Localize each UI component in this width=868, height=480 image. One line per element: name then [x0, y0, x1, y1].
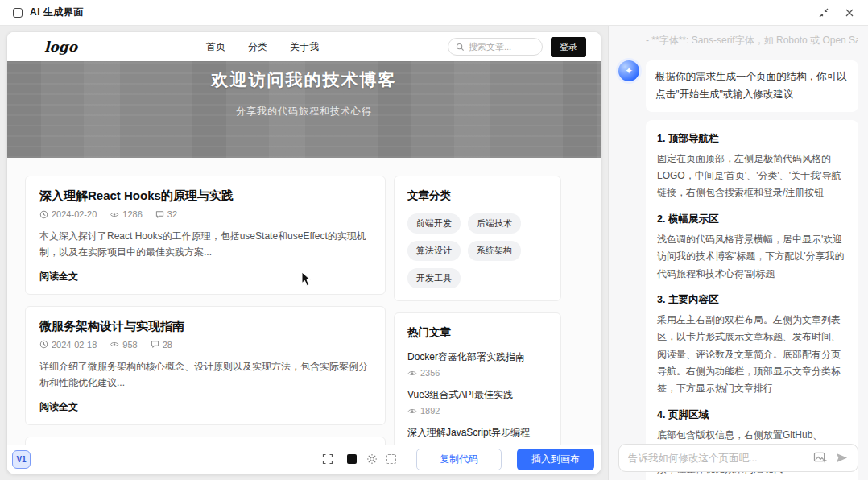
category-tags: 前端开发 后端技术 算法设计 系统架构 开发工具: [407, 213, 548, 288]
titlebar: AI 生成界面: [0, 0, 868, 26]
eye-icon: [407, 369, 417, 378]
black-color-swatch[interactable]: [347, 454, 357, 464]
clock-icon: [39, 210, 48, 219]
plan-body: 浅色调的代码风格背景横幅，居中显示'欢迎访问我的技术博客'标题，下方配以'分享我…: [657, 231, 847, 283]
hero-subtitle: 分享我的代码旅程和技术心得: [7, 105, 601, 118]
article-date: 2024-02-18: [52, 340, 97, 350]
hot-articles-card: 热门文章 Docker容器化部署实践指南 2356 Vue3组合式API最佳实践…: [394, 312, 561, 466]
hot-article-item[interactable]: Vue3组合式API最佳实践 1892: [407, 388, 548, 416]
categories-title: 文章分类: [407, 188, 548, 203]
article-views: 958: [122, 340, 137, 350]
version-badge[interactable]: V1: [12, 450, 31, 469]
plan-heading: 4. 页脚区域: [657, 408, 847, 422]
article-views: 1286: [122, 209, 142, 219]
hot-article-views: 1892: [420, 406, 440, 416]
article-excerpt: 本文深入探讨了React Hooks的工作原理，包括useState和useEf…: [39, 228, 371, 261]
read-more-link[interactable]: 阅读全文: [39, 270, 78, 283]
ai-message: 根据你的需求生成一个页面的结构，你可以点击"开始生成"或输入修改建议: [646, 60, 858, 112]
generated-page-preview: logo 首页 分类 关于我 登录: [7, 32, 601, 474]
blog-nav: 首页 分类 关于我: [206, 40, 319, 54]
hot-article-views: 2356: [420, 368, 440, 378]
login-button[interactable]: 登录: [551, 37, 586, 57]
nav-item-home[interactable]: 首页: [206, 40, 225, 54]
scrolled-chat-text: - **字体**: Sans-serif字体，如 Roboto 或 Open S…: [646, 34, 858, 48]
plan-body: 固定在页面顶部，左侧是极简代码风格的LOGO，中间是'首页'、'分类'、'关于我…: [657, 151, 847, 202]
article-meta: 2024-02-18 958 28: [39, 340, 371, 350]
categories-card: 文章分类 前端开发 后端技术 算法设计 系统架构 开发工具: [394, 176, 561, 301]
comment-icon: [155, 210, 164, 219]
preview-toolbar: V1 复制代码 插入到画布: [7, 445, 601, 474]
article-date: 2024-02-20: [52, 209, 97, 219]
plan-heading: 1. 顶部导航栏: [657, 132, 847, 146]
blog-content: 深入理解React Hooks的原理与实践 2024-02-20 1286 32…: [7, 158, 601, 474]
article-title: 深入理解React Hooks的原理与实践: [39, 188, 371, 204]
article-meta: 2024-02-20 1286 32: [39, 209, 371, 219]
category-tag[interactable]: 开发工具: [407, 268, 461, 288]
transparent-bg-icon[interactable]: [386, 454, 396, 464]
category-tag[interactable]: 前端开发: [407, 213, 461, 234]
preview-pane: logo 首页 分类 关于我 登录: [0, 26, 608, 480]
blog-search-box[interactable]: [448, 38, 543, 56]
chat-panel: - **字体**: Sans-serif字体，如 Roboto 或 Open S…: [608, 26, 868, 480]
hot-articles-title: 热门文章: [407, 325, 548, 340]
category-tag[interactable]: 系统架构: [468, 241, 521, 261]
blog-search-input[interactable]: [469, 42, 535, 52]
ai-avatar: ✦: [618, 60, 639, 81]
app-window: AI 生成界面 logo 首页 分类 关于我: [0, 0, 868, 480]
plan-body: 采用左主右副的双栏布局。左侧为文章列表区，以卡片形式展示文章标题、发布时间、阅读…: [657, 312, 847, 398]
plan-heading: 2. 横幅展示区: [657, 213, 847, 226]
image-upload-icon[interactable]: [813, 452, 827, 464]
article-comments: 32: [167, 209, 177, 219]
eye-icon: [407, 407, 417, 416]
eye-icon: [110, 340, 119, 349]
collapse-icon[interactable]: [818, 7, 829, 19]
close-icon[interactable]: [844, 7, 855, 19]
comment-icon: [151, 340, 159, 349]
article-card[interactable]: 深入理解React Hooks的原理与实践 2024-02-20 1286 32…: [25, 176, 386, 295]
blog-sidebar: 文章分类 前端开发 后端技术 算法设计 系统架构 开发工具 热门文章: [394, 176, 561, 474]
chat-input[interactable]: [628, 453, 805, 464]
nav-item-categories[interactable]: 分类: [248, 40, 267, 54]
category-tag[interactable]: 算法设计: [407, 241, 461, 261]
nav-item-about[interactable]: 关于我: [290, 40, 319, 54]
article-card[interactable]: 微服务架构设计与实现指南 2024-02-18 958 28 详细介绍了微服务架…: [25, 306, 386, 425]
hot-article-title: Vue3组合式API最佳实践: [407, 388, 548, 402]
article-title: 微服务架构设计与实现指南: [39, 319, 371, 334]
hot-article-item[interactable]: Docker容器化部署实践指南 2356: [407, 350, 548, 378]
eye-icon: [110, 210, 119, 219]
hero-title: 欢迎访问我的技术博客: [7, 61, 601, 91]
insert-to-canvas-button[interactable]: 插入到画布: [517, 449, 594, 470]
blog-logo[interactable]: logo: [44, 39, 77, 55]
read-more-link[interactable]: 阅读全文: [39, 400, 78, 414]
article-excerpt: 详细介绍了微服务架构的核心概念、设计原则以及实现方法，包含实际案例分析和性能优化…: [39, 358, 371, 391]
article-list: 深入理解React Hooks的原理与实践 2024-02-20 1286 32…: [25, 176, 386, 474]
chat-input-box[interactable]: [618, 444, 858, 472]
blog-header: logo 首页 分类 关于我 登录: [7, 32, 601, 61]
hot-article-title: 深入理解JavaScript异步编程: [407, 426, 548, 440]
send-icon[interactable]: [835, 452, 849, 464]
plan-heading: 3. 主要内容区: [657, 293, 847, 307]
page-structure-plan: 1. 顶部导航栏 固定在页面顶部，左侧是极简代码风格的LOGO，中间是'首页'、…: [646, 120, 858, 480]
blog-hero-banner: 欢迎访问我的技术博客 分享我的代码旅程和技术心得: [7, 61, 601, 158]
clock-icon: [39, 340, 48, 349]
search-icon: [456, 43, 465, 52]
fullscreen-icon[interactable]: [321, 453, 333, 466]
article-comments: 28: [163, 340, 172, 350]
category-tag[interactable]: 后端技术: [468, 213, 521, 234]
window-title: AI 生成界面: [30, 6, 84, 19]
sun-icon[interactable]: [366, 453, 378, 466]
panel-icon[interactable]: [13, 8, 23, 18]
hot-article-title: Docker容器化部署实践指南: [407, 350, 548, 364]
copy-code-button[interactable]: 复制代码: [416, 449, 502, 470]
